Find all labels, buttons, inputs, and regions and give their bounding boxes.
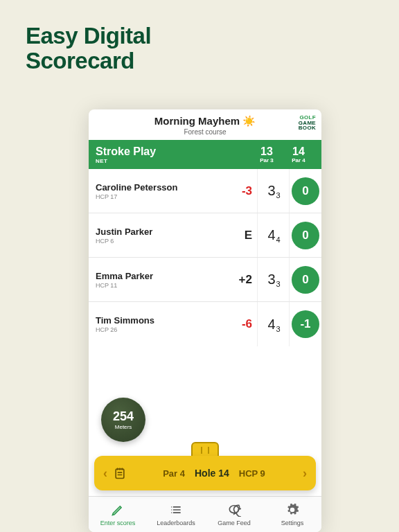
player-rows: Caroline Petersson HCP 17 -3 33 0 Justin… [89, 169, 321, 346]
distance-bubble[interactable]: 254 Meters [101, 398, 145, 442]
player-row[interactable]: Emma Parker HCP 11 +2 33 0 [89, 258, 321, 302]
session-title: Morning Mayhem ☀️ [89, 115, 321, 127]
phone-header: Morning Mayhem ☀️ Forest course GOLF GAM… [89, 109, 321, 140]
distance-value: 254 [113, 409, 134, 424]
player-name: Tim Simmons [96, 315, 229, 326]
mode-block: Stroke Play NET [96, 145, 251, 164]
svg-rect-0 [116, 469, 124, 478]
chat-icon [227, 503, 241, 518]
net-score: +2 [229, 273, 252, 287]
tab-settings[interactable]: Settings [263, 497, 321, 532]
gear-icon [285, 503, 299, 518]
gold-hole: Hole 14 [195, 468, 229, 479]
mode-bar: Stroke Play NET 13 Par 3 14 Par 4 [89, 140, 321, 169]
player-row[interactable]: Tim Simmons HCP 26 -6 43 -1 [89, 302, 321, 346]
player-name: Emma Parker [96, 271, 229, 281]
player-hcp: HCP 17 [96, 193, 229, 200]
score-badge[interactable]: 0 [290, 222, 321, 249]
score-badge[interactable]: 0 [290, 177, 321, 205]
heading-line-2: Scorecard [26, 48, 151, 73]
tab-leaderboards[interactable]: Leaderboards [147, 497, 205, 532]
strokes-cell: 44 [258, 227, 290, 243]
tab-bar: Enter scores Leaderboards Game Feed Sett… [89, 496, 321, 532]
strokes-cell: 33 [258, 272, 290, 287]
tab-enter-scores[interactable]: Enter scores [89, 497, 147, 532]
score-badge[interactable]: -1 [290, 310, 321, 338]
mode-subtitle: NET [96, 158, 251, 164]
chevron-left-icon[interactable]: ‹ [100, 466, 111, 481]
net-score: -3 [229, 184, 252, 198]
player-row[interactable]: Caroline Petersson HCP 17 -3 33 0 [89, 169, 321, 213]
gold-pull-tab[interactable] [191, 442, 219, 457]
gold-par: Par 4 [163, 468, 185, 479]
hole-column-14[interactable]: 14 Par 4 [283, 146, 314, 163]
player-hcp: HCP 6 [96, 238, 229, 245]
net-score: E [229, 229, 252, 242]
tab-game-feed[interactable]: Game Feed [205, 497, 263, 532]
page-heading: Easy Digital Scorecard [26, 24, 151, 74]
hole-selector-bar: ‹ Par 4 Hole 14 HCP 9 › [94, 456, 316, 490]
score-badge[interactable]: 0 [290, 266, 321, 294]
pencil-icon [111, 503, 125, 518]
distance-unit: Meters [115, 424, 132, 430]
mode-title: Stroke Play [96, 145, 251, 158]
brand-logo: GOLF GAME BOOK [299, 115, 316, 131]
player-name: Caroline Petersson [96, 182, 229, 193]
notepad-icon[interactable] [111, 466, 129, 480]
gold-hcp: HCP 9 [239, 468, 265, 479]
phone-frame: Morning Mayhem ☀️ Forest course GOLF GAM… [89, 109, 321, 532]
list-icon [169, 503, 183, 518]
hole-column-13[interactable]: 13 Par 3 [251, 146, 283, 163]
heading-line-1: Easy Digital [26, 24, 151, 48]
chevron-right-icon[interactable]: › [299, 466, 310, 481]
net-score: -6 [229, 317, 252, 331]
player-name: Justin Parker [96, 227, 229, 237]
strokes-cell: 33 [258, 183, 290, 199]
player-hcp: HCP 11 [96, 282, 229, 289]
strokes-cell: 43 [258, 317, 290, 332]
player-hcp: HCP 26 [96, 326, 229, 333]
player-row[interactable]: Justin Parker HCP 6 E 44 0 [89, 213, 321, 258]
session-subtitle: Forest course [89, 128, 321, 136]
